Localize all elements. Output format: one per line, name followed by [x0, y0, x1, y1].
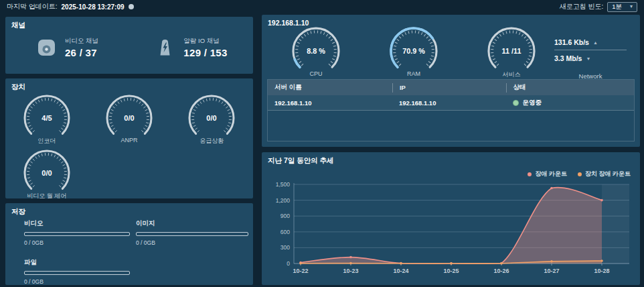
last-update-value: 2025-10-28 13:27:09 [62, 3, 125, 11]
server-table: 서버 이름 IP 상태 192.168.1.10 192.168.1.10 운영… [267, 79, 635, 141]
storage-image-label: 이미지 [136, 219, 248, 228]
video-channel-value: 26 / 37 [65, 47, 98, 58]
legend-device-fault-count-label: 장치 장애 카운트 [585, 170, 631, 178]
trend-chart-title: 지난 7일 동안의 추세 [268, 156, 334, 166]
anpr-gauge-value: 0/0 [124, 114, 134, 122]
emergency-gauge-label: 응급상황 [199, 137, 224, 146]
ram-gauge-value: 70.9 % [402, 47, 425, 55]
svg-text:10-23: 10-23 [343, 268, 358, 274]
network-stats: 131.6 Kb/s ▲ 3.3 Mb/s ▼ Network [554, 36, 627, 80]
storage-panel-title: 저장 [11, 207, 25, 217]
svg-text:300: 300 [280, 244, 290, 251]
emergency-gauge: 0/0 응급상황 [171, 93, 253, 146]
cpu-gauge: 8.8 % CPU [276, 25, 355, 79]
services-gauge: 11 /11 서비스 [472, 25, 551, 79]
network-upload-value: 131.6 Kb/s [554, 38, 589, 46]
encoder-gauge-label: 인코더 [37, 137, 56, 146]
header-status: 상태 [506, 83, 634, 93]
svg-text:10-25: 10-25 [443, 268, 459, 274]
svg-text:10-24: 10-24 [393, 268, 408, 274]
ram-gauge: 70.9 % RAM [374, 25, 453, 79]
storage-image-progressbar [136, 232, 248, 236]
storage-file-value: 0 / 0GB [24, 278, 130, 285]
cpu-gauge-value: 8.8 % [307, 47, 325, 55]
storage-file-progressbar [24, 271, 130, 275]
channels-panel-title: 채널 [11, 21, 25, 30]
header-ip: IP [392, 83, 506, 93]
refresh-icon[interactable] [129, 4, 134, 9]
storage-panel: 저장 비디오 0 / 0GB 이미지 0 / 0GB 파일 0 / 0GB [5, 203, 253, 285]
trend-chart-panel: 지난 7일 동안의 추세 장애 카운트 장치 장애 카운트 0300600900… [262, 152, 640, 285]
ram-gauge-label: RAM [407, 70, 420, 77]
svg-text:600: 600 [280, 229, 290, 235]
alarm-io-channel-stat: 알람 IO 채널 129 / 153 [129, 37, 253, 58]
table-row[interactable]: 192.168.1.10 192.168.1.10 운영중 [268, 95, 634, 111]
video-wall-gauge: 0/0 비디오 월 제어 [5, 148, 88, 200]
alarm-io-channel-label: 알람 IO 채널 [183, 37, 227, 46]
svg-text:0: 0 [287, 260, 290, 267]
legend-marker-icon [528, 172, 532, 176]
storage-video-value: 0 / 0GB [24, 239, 130, 246]
alarm-io-channel-value: 129 / 153 [183, 47, 227, 58]
arrow-up-icon: ▲ [593, 40, 598, 45]
devices-panel: 장치 4/5 인코더 0/0 ANPR 0/0 응급상황 0/0 비디오 월 제… [5, 78, 253, 198]
row-ip: 192.168.1.10 [392, 99, 506, 107]
legend-fault-count[interactable]: 장애 카운트 [528, 170, 567, 178]
storage-image-value: 0 / 0GB [136, 239, 248, 246]
storage-video-progressbar [24, 232, 130, 236]
topbar: 마지막 업데이트: 2025-10-28 13:27:09 새로고침 빈도: 1… [0, 0, 644, 13]
svg-text:10-22: 10-22 [293, 268, 308, 274]
status-dot-icon [513, 100, 519, 106]
network-download-value: 3.3 Mb/s [554, 54, 582, 62]
server-table-header: 서버 이름 IP 상태 [268, 80, 634, 95]
legend-marker-icon [578, 172, 582, 176]
arrow-down-icon: ▼ [586, 56, 590, 61]
svg-text:10-28: 10-28 [594, 268, 609, 274]
storage-file-label: 파일 [24, 258, 130, 267]
svg-text:1,200: 1,200 [276, 197, 291, 204]
refresh-frequency-value: 1분 [612, 3, 622, 11]
chart-legend: 장애 카운트 장치 장애 카운트 [528, 170, 631, 178]
video-channel-stat: 비디오 채널 26 / 37 [5, 37, 129, 58]
status-badge: 운영중 [523, 99, 542, 107]
anpr-gauge: 0/0 ANPR [88, 93, 170, 146]
row-server-name: 192.168.1.10 [268, 99, 392, 107]
last-update-label: 마지막 업데이트: [7, 2, 58, 11]
video-wall-gauge-value: 0/0 [42, 169, 52, 177]
svg-text:1,500: 1,500 [276, 181, 291, 188]
encoder-gauge-value: 4/5 [42, 114, 52, 122]
services-gauge-value: 11 /11 [502, 47, 521, 55]
devices-panel-title: 장치 [11, 82, 25, 92]
chevron-down-icon: ▾ [630, 4, 633, 9]
encoder-gauge: 4/5 인코더 [5, 93, 88, 146]
svg-text:900: 900 [280, 213, 290, 219]
legend-device-fault-count[interactable]: 장치 장애 카운트 [578, 170, 631, 178]
header-server-name: 서버 이름 [268, 83, 392, 92]
anpr-gauge-label: ANPR [120, 137, 137, 144]
cpu-gauge-label: CPU [309, 70, 322, 77]
storage-video: 비디오 0 / 0GB [24, 219, 130, 246]
camera-icon [36, 38, 56, 57]
video-channel-label: 비디오 채널 [65, 37, 98, 46]
storage-file: 파일 0 / 0GB [24, 258, 130, 285]
video-wall-gauge-label: 비디오 월 제어 [27, 192, 66, 200]
server-panel: 192.168.1.10 8.8 % CPU 70.9 % RAM 11 /11… [262, 15, 640, 147]
storage-image: 이미지 0 / 0GB [136, 219, 248, 246]
legend-fault-count-label: 장애 카운트 [535, 170, 567, 178]
channels-panel: 채널 비디오 채널 26 / 37 알람 IO 채널 129 / 153 [5, 17, 253, 74]
services-gauge-label: 서비스 [503, 70, 521, 79]
trend-chart-svg: 03006009001,2001,50010-2210-2310-2410-25… [267, 179, 635, 282]
svg-text:10-27: 10-27 [544, 268, 559, 274]
refresh-frequency-label: 새로고침 빈도: [560, 2, 604, 11]
emergency-gauge-value: 0/0 [207, 114, 217, 122]
alarm-icon [155, 38, 175, 57]
storage-video-label: 비디오 [24, 219, 130, 228]
svg-text:10-26: 10-26 [493, 268, 509, 274]
refresh-frequency-select[interactable]: 1분 ▾ [607, 2, 637, 12]
